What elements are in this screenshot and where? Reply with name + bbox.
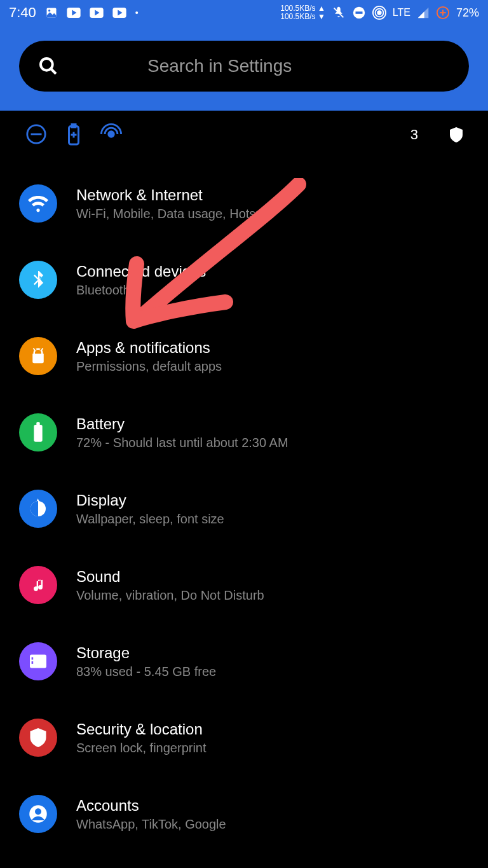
security-icon: [19, 719, 57, 757]
dnd-icon: [352, 6, 366, 20]
settings-item-network[interactable]: Network & Internet Wi-Fi, Mobile, Data u…: [0, 165, 488, 242]
item-title: Storage: [76, 644, 469, 662]
more-notifications-dot: •: [135, 8, 139, 18]
item-title: Security & location: [76, 720, 469, 738]
lte-label: LTE: [393, 7, 410, 18]
bluetooth-icon: [19, 261, 57, 299]
svg-point-22: [109, 132, 114, 137]
search-placeholder: Search in Settings: [147, 56, 450, 76]
item-title: Display: [76, 492, 469, 509]
settings-item-accounts[interactable]: Accounts WhatsApp, TikTok, Google: [0, 776, 488, 852]
search-bar[interactable]: Search in Settings: [19, 41, 469, 92]
status-bar: 7:40 • 100.5KB/s ▲ 100.5KB/s ▼: [0, 0, 488, 25]
settings-item-apps[interactable]: Apps & notifications Permissions, defaul…: [0, 318, 488, 394]
svg-rect-28: [36, 422, 39, 425]
youtube-icon: [67, 8, 81, 18]
svg-point-8: [377, 11, 381, 15]
settings-item-battery[interactable]: Battery 72% - Should last until about 2:…: [0, 394, 488, 471]
item-subtitle: Permissions, default apps: [76, 359, 469, 374]
item-title: Accounts: [76, 797, 469, 815]
svg-point-34: [35, 808, 41, 815]
gallery-icon: [45, 6, 58, 19]
svg-rect-19: [72, 125, 76, 128]
network-speed: 100.5KB/s ▲ 100.5KB/s ▼: [280, 4, 325, 21]
item-subtitle: 83% used - 5.45 GB free: [76, 665, 469, 679]
item-title: Battery: [76, 415, 469, 433]
search-icon: [38, 56, 58, 76]
svg-line-26: [41, 348, 43, 351]
header: Search in Settings: [0, 25, 488, 111]
suggestion-count: 3: [410, 127, 418, 143]
item-title: Apps & notifications: [76, 339, 469, 357]
accounts-icon: [19, 795, 57, 833]
hotspot-icon: [372, 6, 386, 20]
storage-icon: [19, 642, 57, 680]
sound-icon: [19, 566, 57, 604]
svg-line-15: [51, 69, 56, 74]
item-title: Sound: [76, 568, 469, 586]
youtube-icon: [90, 8, 104, 18]
settings-item-sound[interactable]: Sound Volume, vibration, Do Not Disturb: [0, 547, 488, 623]
item-subtitle: Wi-Fi, Mobile, Data usage, Hotspot: [76, 207, 469, 221]
item-title: Network & Internet: [76, 186, 469, 204]
youtube-icon: [112, 8, 126, 18]
battery-icon: [19, 413, 57, 451]
battery-saver-icon: [436, 6, 450, 20]
item-subtitle: WhatsApp, TikTok, Google: [76, 817, 469, 832]
apps-icon: [19, 337, 57, 375]
svg-rect-7: [355, 11, 362, 14]
svg-rect-27: [34, 425, 42, 442]
svg-line-25: [34, 348, 36, 351]
svg-point-1: [48, 10, 50, 11]
suggestion-row: 3: [0, 111, 488, 159]
settings-item-security[interactable]: Security & location Screen lock, fingerp…: [0, 699, 488, 776]
signal-icon: [417, 6, 430, 19]
item-subtitle: Bluetooth: [76, 283, 469, 298]
item-subtitle: 72% - Should last until about 2:30 AM: [76, 436, 469, 450]
item-subtitle: Screen lock, fingerprint: [76, 741, 469, 755]
svg-rect-31: [32, 658, 34, 660]
status-time: 7:40: [9, 4, 36, 21]
display-icon: [19, 490, 57, 528]
svg-rect-32: [32, 661, 34, 664]
item-subtitle: Wallpaper, sleep, font size: [76, 512, 469, 527]
dnd-suggestion-icon[interactable]: [25, 123, 47, 146]
hotspot-suggestion-icon[interactable]: [100, 123, 122, 146]
item-title: Connected devices: [76, 263, 469, 280]
battery-suggestion-icon[interactable]: [66, 123, 81, 146]
settings-list: Network & Internet Wi-Fi, Mobile, Data u…: [0, 159, 488, 858]
svg-point-14: [41, 59, 53, 71]
wifi-icon: [19, 184, 57, 223]
settings-item-connected[interactable]: Connected devices Bluetooth: [0, 242, 488, 318]
settings-item-display[interactable]: Display Wallpaper, sleep, font size: [0, 471, 488, 547]
shield-icon[interactable]: [450, 127, 463, 142]
battery-percent: 72%: [456, 6, 479, 20]
settings-item-storage[interactable]: Storage 83% used - 5.45 GB free: [0, 623, 488, 699]
mute-icon: [332, 6, 346, 20]
item-subtitle: Volume, vibration, Do Not Disturb: [76, 588, 469, 603]
